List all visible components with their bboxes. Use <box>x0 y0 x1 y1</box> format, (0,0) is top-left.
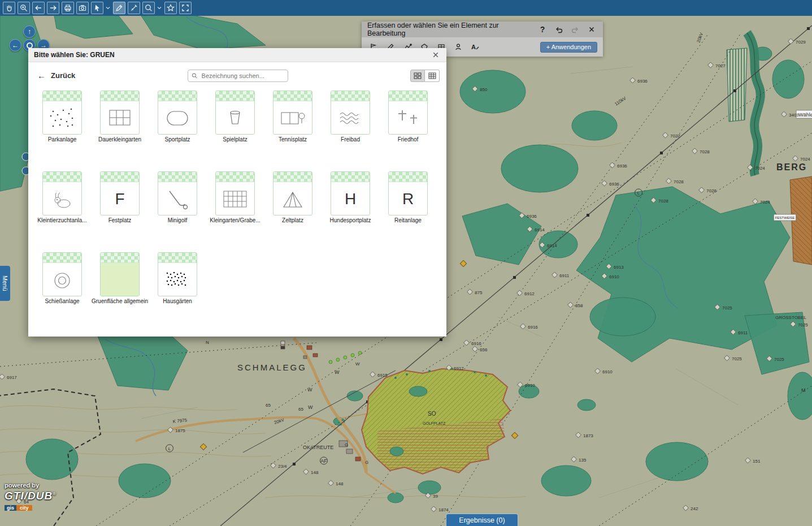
tile-zeltplatz[interactable]: Zeltplatz <box>273 171 312 223</box>
expand-icon <box>181 3 190 12</box>
svg-text:A: A <box>471 44 476 50</box>
camera-icon <box>78 3 87 12</box>
magnifier-icon <box>144 3 153 12</box>
tile-gruenflaeche-allgemein[interactable]: Gruenfläche allgemein <box>100 252 140 304</box>
friedhof-icon <box>392 106 424 131</box>
powered-by-label: powered by <box>5 482 57 489</box>
zeltplatz-icon <box>277 187 309 212</box>
star-icon <box>166 3 175 12</box>
freibad-icon <box>335 106 366 131</box>
hausgaerten-icon <box>162 268 193 292</box>
measure-button[interactable] <box>128 2 140 14</box>
edit-panel-header: Erfassen oder wählen Sie ein Element zur… <box>362 21 603 37</box>
gruenflaeche-icon <box>101 263 139 296</box>
minigolf-icon <box>162 187 193 212</box>
schiessanlage-icon <box>46 268 78 292</box>
branding: powered by GTI/DUB® giscity <box>5 482 57 512</box>
tile-kleingarten-grabeland[interactable]: Kleingarten/Grabe... <box>215 171 255 223</box>
tile-hundesportplatz[interactable]: H Hundesportplatz <box>331 171 370 223</box>
app-root: SCHMALEGGBERGOKATREUTEGROSSTOBEL7025FEST… <box>0 0 812 526</box>
search-dropdown-caret[interactable] <box>157 6 162 10</box>
view-toggles <box>410 70 440 82</box>
redo-button[interactable] <box>570 24 581 35</box>
arrow-right-icon <box>49 3 58 12</box>
pencil-icon <box>115 3 124 12</box>
search-input[interactable] <box>201 72 284 80</box>
results-button[interactable]: Ergebnisse (0) <box>446 514 518 526</box>
left-arrow-icon: ← <box>12 41 19 49</box>
tile-friedhof[interactable]: Friedhof <box>388 90 428 143</box>
help-button[interactable]: ? <box>537 24 548 35</box>
gis-city-logo: giscity <box>5 505 32 511</box>
tile-dauerkleingarten[interactable]: Dauerkleingarten <box>100 90 140 143</box>
tile-kleintierzuchtanlage[interactable]: Kleintierzuchtanla... <box>42 171 82 223</box>
applications-button[interactable]: + Anwendungen <box>540 42 597 53</box>
menu-tab[interactable]: Menü <box>0 266 10 301</box>
center-ring-icon <box>27 42 33 49</box>
search-box <box>188 70 288 82</box>
table-view-button[interactable] <box>425 70 440 82</box>
history-forward-button[interactable] <box>47 2 59 14</box>
tile-freibad[interactable]: Freibad <box>331 90 370 143</box>
pan-tool-button[interactable] <box>3 2 15 14</box>
pan-up-button[interactable]: ↑ <box>23 25 36 38</box>
tiles-row-3: Schießanlage Gruenfläche allgemein Hausg… <box>42 252 197 304</box>
arrow-left-icon <box>34 3 43 12</box>
back-arrow-icon: ← <box>37 71 46 80</box>
print-button[interactable] <box>62 2 74 14</box>
tile-minigolf[interactable]: Minigolf <box>158 171 197 223</box>
zoom-in-icon <box>19 3 28 12</box>
redo-icon <box>571 25 580 34</box>
table-view-icon <box>428 71 437 80</box>
card-view-button[interactable] <box>410 70 425 82</box>
back-button[interactable]: ← Zurück <box>34 70 79 81</box>
measure-pen-icon <box>129 3 138 12</box>
cursor-dropdown-caret[interactable] <box>106 6 111 10</box>
festplatz-icon: F <box>115 190 124 208</box>
parkanlage-icon <box>46 106 78 131</box>
select-tool-button[interactable] <box>452 41 464 53</box>
history-back-button[interactable] <box>32 2 45 14</box>
zoom-in-button[interactable] <box>18 2 30 14</box>
kleingarten-icon <box>219 187 251 212</box>
reitanlage-icon: R <box>402 190 414 208</box>
close-icon <box>432 51 439 58</box>
tile-tennisplatz[interactable]: Tennisplatz <box>273 90 312 143</box>
fullscreen-button[interactable] <box>179 2 192 14</box>
tile-schiessanlage[interactable]: Schießanlage <box>42 252 82 304</box>
person-select-icon <box>454 42 463 51</box>
selection-dialog: Bitte wählen Sie: GRUEN ← Zurück <box>28 48 446 337</box>
edit-panel-title: Erfassen oder wählen Sie ein Element zur… <box>367 21 532 37</box>
dialog-toolbar: ← Zurück <box>28 68 446 84</box>
tennisplatz-icon <box>277 106 309 131</box>
pan-hand-icon <box>5 3 14 12</box>
favorites-button[interactable] <box>164 2 177 14</box>
tile-reitanlage[interactable]: R Reitanlage <box>388 171 428 223</box>
tile-sportplatz[interactable]: Sportplatz <box>158 90 197 143</box>
menu-tab-label: Menü <box>2 275 8 291</box>
search-tool-button[interactable] <box>142 2 155 14</box>
pan-left-button[interactable]: ← <box>9 39 21 51</box>
tiles-row-2: Kleintierzuchtanla... F Festplatz Minigo… <box>42 171 428 223</box>
back-label: Zurück <box>51 71 75 80</box>
search-icon <box>192 72 198 79</box>
text-edit-tool-button[interactable]: A <box>469 41 481 53</box>
undo-button[interactable] <box>553 24 565 35</box>
kleintierzucht-icon <box>46 187 78 212</box>
dauerkleingarten-icon <box>104 106 136 131</box>
tile-spielplatz[interactable]: Spielplatz <box>215 90 255 143</box>
tile-hausgaerten[interactable]: Hausgärten <box>158 252 197 304</box>
tiles-row-1: Parkanlage Dauerkleingarten Sportplatz <box>42 90 428 143</box>
screenshot-button[interactable] <box>76 2 89 14</box>
vendor-logo: GTI/DUB® <box>5 489 57 502</box>
help-icon: ? <box>540 25 545 34</box>
tile-festplatz[interactable]: F Festplatz <box>100 171 140 223</box>
dialog-close-button[interactable] <box>431 50 441 60</box>
draw-pencil-button[interactable] <box>113 2 125 14</box>
sportplatz-icon <box>162 106 193 131</box>
tile-parkanlage[interactable]: Parkanlage <box>42 90 82 143</box>
select-cursor-button[interactable] <box>91 2 103 14</box>
hundesportplatz-icon: H <box>345 190 356 208</box>
printer-icon <box>63 3 72 12</box>
panel-close-button[interactable] <box>586 24 597 35</box>
